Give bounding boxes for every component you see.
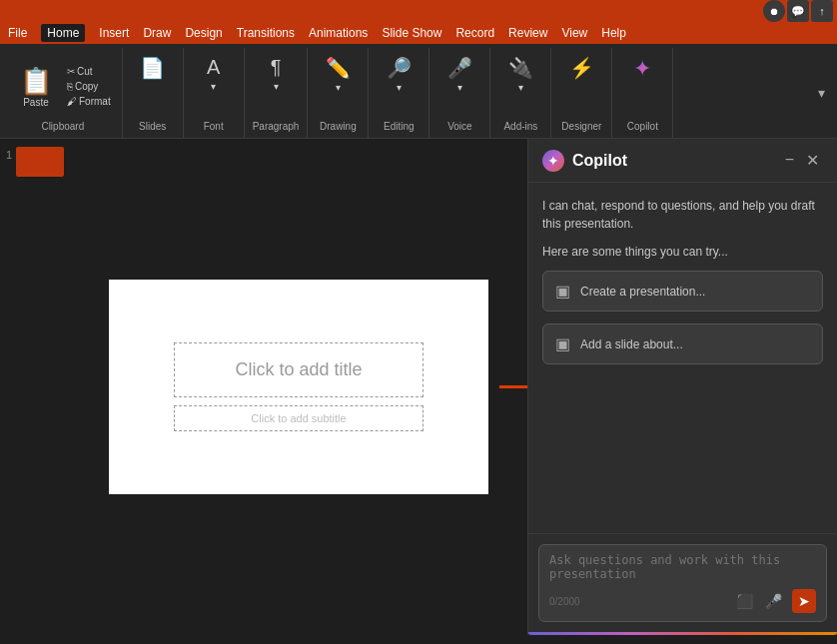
editing-chevron: ▾ [397, 82, 402, 93]
copilot-intro-text: I can chat, respond to questions, and he… [542, 197, 823, 233]
addins-button[interactable]: 🔌 ▾ [498, 52, 542, 97]
menu-animations[interactable]: Animations [309, 26, 368, 40]
voice-group-label: Voice [447, 121, 471, 134]
add-slide-icon: ▣ [555, 334, 570, 353]
slide-title-placeholder[interactable]: Click to add title [174, 342, 423, 397]
paragraph-icon: ¶ [271, 56, 282, 79]
dictate-button[interactable]: 🎤 ▾ [437, 52, 481, 97]
copilot-ribbon-button[interactable]: ✦ [620, 52, 664, 88]
menu-design[interactable]: Design [185, 26, 222, 40]
copilot-close-button[interactable]: ✕ [802, 149, 823, 172]
copy-label: Copy [75, 81, 98, 92]
menu-review[interactable]: Review [508, 26, 547, 40]
copilot-input-field[interactable] [549, 553, 816, 581]
drawing-icon: ✏️ [326, 56, 351, 80]
ribbon-group-designer: ⚡ Designer [551, 48, 612, 138]
drawing-button[interactable]: ✏️ ▾ [316, 52, 360, 97]
comment-icon[interactable]: 💬 [787, 0, 809, 22]
copilot-addslide-label: Add a slide about... [580, 337, 683, 351]
slides-icon: 📄 [140, 56, 165, 80]
paste-label: Paste [23, 97, 49, 108]
copilot-input-actions: ⬛ 🎤 ➤ [734, 589, 816, 613]
copilot-title-text: Copilot [572, 152, 627, 170]
designer-group-label: Designer [561, 121, 601, 134]
menu-transitions[interactable]: Transitions [237, 26, 295, 40]
copilot-char-count: 0/2000 [549, 596, 580, 607]
copilot-ribbon-icon: ✦ [633, 56, 651, 82]
copilot-attach-button[interactable]: ⬛ [734, 591, 755, 611]
addins-group-label: Add-ins [503, 121, 537, 134]
font-button[interactable]: A ▾ [192, 52, 236, 96]
copilot-input-area: 0/2000 ⬛ 🎤 ➤ [528, 533, 837, 632]
menu-slideshow[interactable]: Slide Show [382, 26, 441, 40]
copy-button[interactable]: ⎘ Copy [64, 80, 114, 93]
copilot-panel: ✦ Copilot − ✕ I can chat, respond to que… [527, 139, 837, 635]
copy-icon: ⎘ [67, 81, 73, 92]
font-icon: A [207, 56, 220, 79]
editing-icon: 🔎 [387, 56, 412, 80]
designer-icon: ⚡ [569, 56, 594, 80]
editing-button[interactable]: 🔎 ▾ [377, 52, 420, 97]
dictate-icon: 🎤 [447, 56, 472, 80]
copilot-create-label: Create a presentation... [580, 285, 705, 299]
format-painter-label: Format [79, 96, 111, 107]
menu-draw[interactable]: Draw [143, 26, 171, 40]
record-icon[interactable]: ⏺ [763, 0, 785, 22]
copilot-mic-button[interactable]: 🎤 [763, 591, 784, 611]
copilot-header: ✦ Copilot − ✕ [528, 139, 837, 183]
drawing-chevron: ▾ [336, 82, 341, 93]
menu-insert[interactable]: Insert [99, 26, 129, 40]
menu-home[interactable]: Home [41, 24, 85, 42]
main-area: 1 Click to add title Click to add subtit… [0, 139, 837, 635]
ribbon-group-copilot: ✦ Copilot [612, 48, 673, 138]
font-group-label: Font [204, 121, 224, 134]
slide-number: 1 [6, 149, 12, 161]
editing-group-label: Editing [384, 121, 415, 134]
slide-canvas[interactable]: Click to add title Click to add subtitle [109, 280, 488, 494]
share-icon[interactable]: ↑ [811, 0, 833, 22]
paste-icon: 📋 [20, 66, 52, 97]
dictate-chevron: ▾ [457, 82, 462, 93]
copilot-create-button[interactable]: ▣ Create a presentation... [542, 271, 823, 312]
slide-thumbnail[interactable] [16, 147, 64, 177]
copilot-input-box: 0/2000 ⬛ 🎤 ➤ [538, 544, 827, 622]
cut-button[interactable]: ✂ Cut [64, 65, 114, 78]
menu-view[interactable]: View [561, 26, 587, 40]
paragraph-chevron: ▾ [274, 81, 279, 92]
ribbon-group-font: A ▾ Font [184, 48, 245, 138]
ribbon-group-clipboard: 📋 Paste ✂ Cut ⎘ Copy 🖌 Format [4, 48, 123, 138]
menu-record[interactable]: Record [455, 26, 494, 40]
clipboard-items: 📋 Paste ✂ Cut ⎘ Copy 🖌 Format [12, 52, 114, 121]
menu-help[interactable]: Help [601, 26, 626, 40]
clipboard-group-label: Clipboard [41, 121, 84, 134]
format-painter-icon: 🖌 [67, 96, 77, 107]
canvas-area: Click to add title Click to add subtitle [70, 139, 527, 635]
menu-file[interactable]: File [8, 26, 27, 40]
ribbon-content: 📋 Paste ✂ Cut ⎘ Copy 🖌 Format [0, 44, 837, 138]
ribbon-group-voice: 🎤 ▾ Voice [429, 48, 490, 138]
copilot-suggestions-label: Here are some things you can try... [542, 245, 823, 259]
ribbon-group-paragraph: ¶ ▾ Paragraph [245, 48, 309, 138]
copilot-body: I can chat, respond to questions, and he… [528, 183, 837, 533]
ribbon: 📋 Paste ✂ Cut ⎘ Copy 🖌 Format [0, 44, 837, 139]
ribbon-group-slides: 📄 Slides [123, 48, 184, 138]
paste-button[interactable]: 📋 Paste [12, 62, 60, 112]
clipboard-side: ✂ Cut ⎘ Copy 🖌 Format [64, 65, 114, 108]
slides-button[interactable]: 📄 [131, 52, 175, 86]
designer-button[interactable]: ⚡ [559, 52, 603, 86]
copilot-minimize-button[interactable]: − [781, 149, 798, 172]
slides-group-label: Slides [139, 121, 166, 134]
copilot-send-button[interactable]: ➤ [792, 589, 816, 613]
copilot-bottom-accent [528, 632, 837, 635]
slide-subtitle-placeholder[interactable]: Click to add subtitle [174, 405, 423, 431]
cut-icon: ✂ [67, 66, 75, 77]
slide-thumb-container: 1 [6, 147, 64, 177]
format-painter-button[interactable]: 🖌 Format [64, 95, 114, 108]
ribbon-group-drawing: ✏️ ▾ Drawing [308, 48, 369, 138]
copilot-addslide-button[interactable]: ▣ Add a slide about... [542, 323, 823, 364]
create-presentation-icon: ▣ [555, 282, 570, 301]
title-bar: ⏺ 💬 ↑ [0, 0, 837, 22]
ribbon-group-editing: 🔎 ▾ Editing [369, 48, 429, 138]
paragraph-button[interactable]: ¶ ▾ [254, 52, 298, 96]
ribbon-expand-button[interactable]: ▾ [810, 48, 833, 138]
